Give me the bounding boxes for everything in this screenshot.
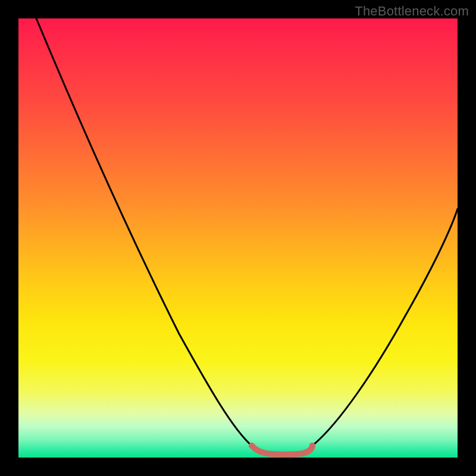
trough-end-right — [309, 443, 315, 449]
curve-layer — [18, 18, 458, 458]
left-curve — [36, 18, 252, 446]
trough-end-left — [249, 443, 255, 449]
right-curve — [312, 209, 458, 446]
plot-area — [18, 18, 458, 458]
chart-stage: TheBottleneck.com — [0, 0, 476, 476]
watermark-text: TheBottleneck.com — [355, 4, 469, 19]
trough-highlight — [252, 446, 312, 455]
